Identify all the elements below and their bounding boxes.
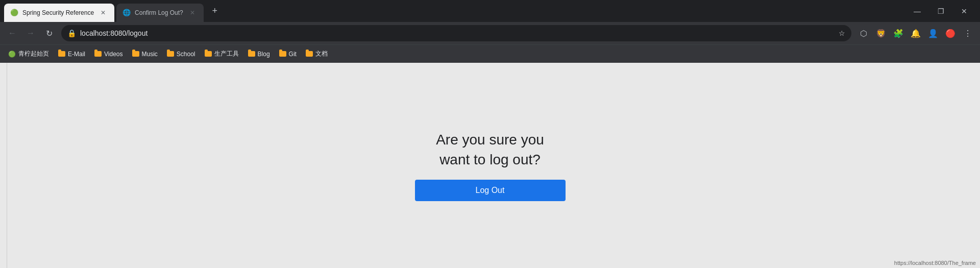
bookmark-videos-label: Videos bbox=[104, 51, 122, 58]
close-button[interactable]: ✕ bbox=[952, 0, 976, 22]
star-icon[interactable]: ☆ bbox=[839, 29, 845, 37]
bookmarks-bar: 🟢 青柠起始页 E-Mail Videos Music School 生产工具 … bbox=[0, 44, 980, 63]
bookmark-git[interactable]: Git bbox=[275, 48, 301, 60]
tab1-close-button[interactable]: ✕ bbox=[98, 8, 108, 18]
brave-lion-icon[interactable]: 🦁 bbox=[873, 25, 889, 41]
forward-button[interactable]: → bbox=[22, 25, 39, 41]
minimize-button[interactable]: — bbox=[905, 0, 929, 22]
folder-icon bbox=[58, 51, 65, 57]
status-url: https://localhost:8080/The_frame bbox=[894, 260, 976, 266]
title-bar: 🟢 Spring Security Reference ✕ 🌐 Confirm … bbox=[0, 0, 980, 22]
back-button[interactable]: ← bbox=[4, 25, 20, 41]
folder-icon bbox=[132, 51, 139, 57]
new-tab-button[interactable]: + bbox=[208, 4, 222, 18]
refresh-button[interactable]: ↻ bbox=[41, 25, 57, 41]
lock-icon: 🔒 bbox=[67, 29, 76, 37]
bookmark-blog[interactable]: Blog bbox=[244, 48, 274, 60]
bookmark-blog-label: Blog bbox=[258, 51, 270, 58]
bookmark-school[interactable]: School bbox=[163, 48, 200, 60]
account-icon[interactable]: 👤 bbox=[925, 25, 941, 41]
tab2-favicon: 🌐 bbox=[122, 9, 131, 17]
folder-icon bbox=[248, 51, 255, 57]
extensions-icon[interactable]: 🧩 bbox=[890, 25, 906, 41]
bookmark-school-label: School bbox=[177, 51, 195, 58]
bookmark-videos[interactable]: Videos bbox=[90, 48, 127, 60]
bookmark-email-label: E-Mail bbox=[68, 51, 85, 58]
folder-icon bbox=[205, 51, 212, 57]
tab1-favicon: 🟢 bbox=[10, 9, 18, 17]
logout-question: Are you sure you want to log out? bbox=[436, 130, 544, 169]
tab2-close-button[interactable]: ✕ bbox=[187, 8, 198, 18]
browser-window: 🟢 Spring Security Reference ✕ 🌐 Confirm … bbox=[0, 0, 980, 268]
bookmark-qingnin[interactable]: 🟢 青柠起始页 bbox=[4, 47, 53, 60]
window-controls: — ❐ ✕ bbox=[905, 0, 976, 22]
bookmark-email[interactable]: E-Mail bbox=[54, 48, 89, 60]
address-bar[interactable]: 🔒 localhost:8080/logout ☆ bbox=[61, 25, 851, 41]
logout-container: Are you sure you want to log out? Log Ou… bbox=[415, 130, 566, 201]
navigation-bar: ← → ↻ 🔒 localhost:8080/logout ☆ ⬡ 🦁 🧩 🔔 … bbox=[0, 22, 980, 44]
logout-question-line2: want to log out? bbox=[439, 152, 541, 167]
bookmarks-icon[interactable]: ⬡ bbox=[855, 25, 872, 41]
folder-icon bbox=[94, 51, 102, 57]
folder-icon bbox=[279, 51, 286, 57]
maximize-button[interactable]: ❐ bbox=[929, 0, 952, 22]
bookmark-qingnin-label: 青柠起始页 bbox=[18, 50, 49, 58]
side-panel-indicator bbox=[0, 63, 7, 268]
bookmark-productivity[interactable]: 生产工具 bbox=[201, 47, 243, 60]
notification-icon[interactable]: 🔔 bbox=[908, 25, 924, 41]
bookmark-docs-label: 文档 bbox=[315, 50, 328, 58]
page-content: Are you sure you want to log out? Log Ou… bbox=[0, 63, 980, 268]
bookmark-git-label: Git bbox=[289, 51, 297, 58]
folder-icon bbox=[167, 51, 174, 57]
tab2-title: Confirm Log Out? bbox=[135, 9, 183, 16]
logout-button[interactable]: Log Out bbox=[415, 180, 566, 201]
nav-icons: ⬡ 🦁 🧩 🔔 👤 🔴 ⋮ bbox=[855, 25, 976, 41]
bookmark-music-label: Music bbox=[142, 51, 158, 58]
bookmark-music[interactable]: Music bbox=[128, 48, 162, 60]
tab1-title: Spring Security Reference bbox=[22, 9, 94, 16]
tab-spring-security[interactable]: 🟢 Spring Security Reference ✕ bbox=[4, 4, 114, 22]
bookmark-productivity-label: 生产工具 bbox=[214, 50, 239, 58]
folder-icon bbox=[306, 51, 313, 57]
address-text: localhost:8080/logout bbox=[80, 29, 835, 37]
bookmark-docs[interactable]: 文档 bbox=[302, 47, 332, 60]
tab-confirm-logout[interactable]: 🌐 Confirm Log Out? ✕ bbox=[116, 4, 204, 22]
logout-question-line1: Are you sure you bbox=[436, 132, 544, 148]
qingnin-icon: 🟢 bbox=[8, 51, 16, 58]
menu-icon[interactable]: ⋮ bbox=[960, 25, 976, 41]
profile-avatar[interactable]: 🔴 bbox=[942, 25, 959, 41]
